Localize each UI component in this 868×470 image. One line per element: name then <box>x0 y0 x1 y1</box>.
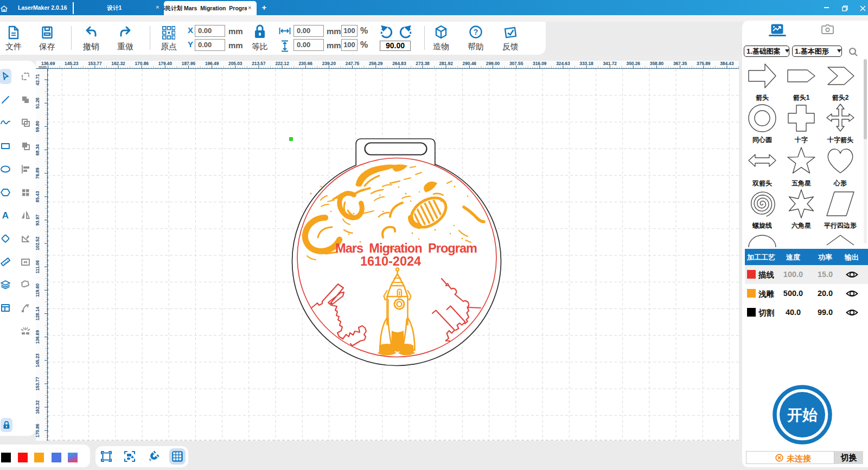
svg-text:307.55: 307.55 <box>509 61 524 66</box>
svg-text:145.23: 145.23 <box>36 353 40 368</box>
svg-text:196.49: 196.49 <box>205 61 219 66</box>
svg-text:273.38: 273.38 <box>416 61 430 66</box>
svg-text:264.83: 264.83 <box>392 61 406 66</box>
svg-text:230.66: 230.66 <box>299 61 313 66</box>
svg-text:51.26: 51.26 <box>36 97 40 108</box>
svg-text:1610-2024: 1610-2024 <box>360 254 421 268</box>
svg-text:102.52: 102.52 <box>36 236 40 250</box>
svg-text:239.20: 239.20 <box>322 61 336 66</box>
svg-text:299.00: 299.00 <box>486 61 500 66</box>
svg-text:367.35: 367.35 <box>673 61 687 66</box>
svg-text:153.77: 153.77 <box>88 61 102 66</box>
svg-text:375.89: 375.89 <box>697 61 711 66</box>
svg-text:119.60: 119.60 <box>36 283 40 297</box>
svg-text:162.32: 162.32 <box>111 61 125 66</box>
svg-text:350.26: 350.26 <box>627 61 641 66</box>
svg-text:42.71: 42.71 <box>36 74 40 85</box>
svg-text:222.12: 222.12 <box>275 61 289 66</box>
svg-text:136.69: 136.69 <box>41 61 55 66</box>
svg-text:Mars Migration Program: Mars Migration Program <box>335 241 477 255</box>
svg-text:68.34: 68.34 <box>36 144 40 156</box>
svg-text:213.57: 213.57 <box>252 61 266 66</box>
svg-text:170.86: 170.86 <box>135 61 149 66</box>
svg-text:162.32: 162.32 <box>36 400 40 414</box>
svg-text:59.80: 59.80 <box>36 121 40 132</box>
svg-text:111.06: 111.06 <box>36 260 40 274</box>
svg-text:85.43: 85.43 <box>36 191 40 202</box>
svg-text:205.03: 205.03 <box>228 61 242 66</box>
svg-text:281.92: 281.92 <box>439 61 453 66</box>
svg-text:136.69: 136.69 <box>36 330 40 344</box>
svg-text:358.80: 358.80 <box>650 61 664 66</box>
svg-text:247.75: 247.75 <box>346 61 360 66</box>
svg-text:179.40: 179.40 <box>158 61 173 66</box>
svg-text:170.86: 170.86 <box>36 423 40 437</box>
svg-text:76.89: 76.89 <box>36 168 40 179</box>
svg-text:93.97: 93.97 <box>36 214 40 226</box>
svg-text:153.77: 153.77 <box>36 377 40 391</box>
svg-text:290.46: 290.46 <box>463 61 477 66</box>
svg-text:开始: 开始 <box>787 407 818 423</box>
svg-text:341.72: 341.72 <box>603 61 617 66</box>
svg-text:128.14: 128.14 <box>36 306 40 320</box>
svg-text:256.29: 256.29 <box>369 61 383 66</box>
svg-text:187.95: 187.95 <box>182 61 196 66</box>
svg-text:145.23: 145.23 <box>65 61 79 66</box>
svg-text:384.43: 384.43 <box>720 61 734 66</box>
svg-text:?: ? <box>474 28 478 36</box>
svg-text:324.63: 324.63 <box>556 61 570 66</box>
svg-text:333.18: 333.18 <box>579 61 593 66</box>
svg-text:316.09: 316.09 <box>533 61 547 66</box>
svg-text:A: A <box>2 210 9 221</box>
